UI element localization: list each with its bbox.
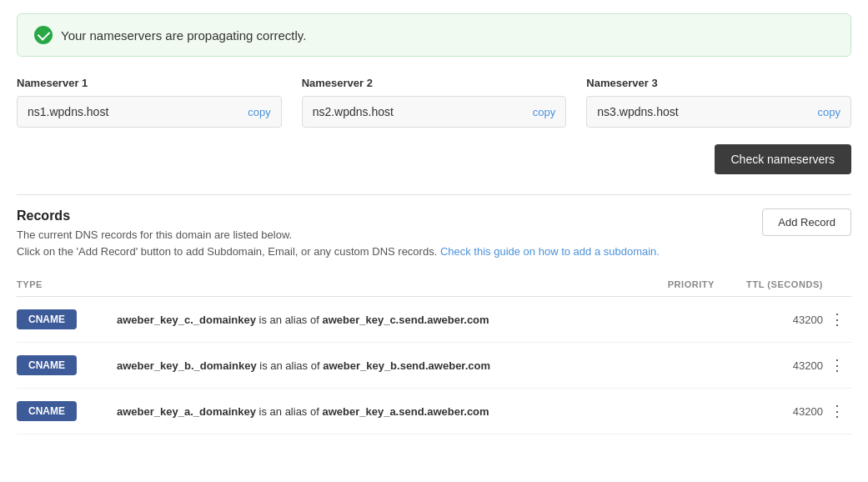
records-title: Records bbox=[17, 208, 660, 223]
record-type-cell: CNAME bbox=[17, 389, 117, 434]
table-row: CNAME aweber_key_b._domainkey is an alia… bbox=[17, 343, 851, 389]
record-ttl-cell: 43200 bbox=[715, 343, 823, 389]
record-type-cell: CNAME bbox=[17, 343, 117, 389]
records-desc-line1: The current DNS records for this domain … bbox=[17, 227, 660, 244]
records-header: Records The current DNS records for this… bbox=[17, 208, 851, 259]
nameserver-2-label: Nameserver 2 bbox=[302, 77, 567, 89]
nameserver-1-field: ns1.wpdns.host copy bbox=[17, 96, 282, 128]
table-row: CNAME aweber_key_c._domainkey is an alia… bbox=[17, 297, 851, 343]
record-ttl-cell: 43200 bbox=[715, 389, 823, 434]
records-table-body: CNAME aweber_key_c._domainkey is an alia… bbox=[17, 297, 851, 434]
propagation-text: Your nameservers are propagating correct… bbox=[61, 28, 306, 43]
table-row: CNAME aweber_key_a._domainkey is an alia… bbox=[17, 389, 851, 434]
records-table-header-row: TYPE PRIORITY TTL (SECONDS) bbox=[17, 273, 851, 297]
cname-badge: CNAME bbox=[17, 355, 77, 375]
check-nameservers-button[interactable]: Check nameservers bbox=[715, 144, 852, 174]
add-record-button[interactable]: Add Record bbox=[762, 208, 851, 236]
record-menu-button[interactable]: ⋮ bbox=[823, 400, 851, 422]
records-table: TYPE PRIORITY TTL (SECONDS) CNAME aweber… bbox=[17, 273, 851, 434]
check-circle-icon bbox=[34, 26, 53, 44]
record-ttl-cell: 43200 bbox=[715, 297, 823, 343]
records-table-head: TYPE PRIORITY TTL (SECONDS) bbox=[17, 273, 851, 297]
records-desc-line2-text: Click on the 'Add Record' button to add … bbox=[17, 245, 437, 258]
propagation-banner: Your nameservers are propagating correct… bbox=[17, 13, 851, 57]
records-guide-link[interactable]: Check this guide on how to add a subdoma… bbox=[440, 245, 660, 258]
nameserver-3-value: ns3.wpdns.host bbox=[597, 105, 678, 118]
record-detail-cell: aweber_key_a._domainkey is an alias of a… bbox=[117, 389, 631, 434]
nameserver-1-value: ns1.wpdns.host bbox=[28, 105, 108, 118]
record-connector: is an alias of bbox=[259, 314, 323, 326]
nameserver-2-item: Nameserver 2 ns2.wpdns.host copy bbox=[302, 77, 567, 128]
nameserver-2-copy-button[interactable]: copy bbox=[533, 106, 555, 118]
nameservers-section: Nameserver 1 ns1.wpdns.host copy Nameser… bbox=[17, 77, 851, 174]
record-priority-cell bbox=[631, 343, 715, 389]
record-priority-cell bbox=[631, 297, 715, 343]
records-description: The current DNS records for this domain … bbox=[17, 227, 660, 259]
record-actions-cell: ⋮ bbox=[823, 343, 851, 389]
cname-badge: CNAME bbox=[17, 401, 77, 421]
record-menu-button[interactable]: ⋮ bbox=[823, 309, 851, 330]
section-divider bbox=[17, 194, 851, 195]
record-main-name: aweber_key_b._domainkey bbox=[117, 359, 257, 372]
record-alias-value: aweber_key_b.send.aweber.com bbox=[323, 359, 490, 372]
record-connector: is an alias of bbox=[259, 359, 323, 372]
record-priority-cell bbox=[631, 389, 715, 434]
record-type-cell: CNAME bbox=[17, 297, 117, 343]
record-detail-cell: aweber_key_c._domainkey is an alias of a… bbox=[117, 297, 631, 343]
record-alias-value: aweber_key_c.send.aweber.com bbox=[322, 314, 489, 326]
nameservers-grid: Nameserver 1 ns1.wpdns.host copy Nameser… bbox=[17, 77, 851, 128]
col-header-name bbox=[117, 273, 631, 297]
nameserver-2-field: ns2.wpdns.host copy bbox=[302, 96, 567, 128]
record-main-name: aweber_key_c._domainkey bbox=[117, 314, 256, 326]
records-title-block: Records The current DNS records for this… bbox=[17, 208, 660, 259]
col-header-ttl: TTL (SECONDS) bbox=[715, 273, 823, 297]
record-actions-cell: ⋮ bbox=[823, 297, 851, 343]
cname-badge: CNAME bbox=[17, 309, 77, 329]
record-connector: is an alias of bbox=[259, 405, 323, 418]
nameserver-3-item: Nameserver 3 ns3.wpdns.host copy bbox=[586, 77, 851, 128]
check-nameservers-row: Check nameservers bbox=[17, 144, 851, 174]
records-desc-line2: Click on the 'Add Record' button to add … bbox=[17, 244, 660, 260]
nameserver-1-copy-button[interactable]: copy bbox=[248, 106, 270, 118]
nameserver-3-label: Nameserver 3 bbox=[586, 77, 851, 89]
record-menu-button[interactable]: ⋮ bbox=[823, 354, 851, 376]
page-wrapper: Your nameservers are propagating correct… bbox=[0, 0, 868, 482]
records-section: Records The current DNS records for this… bbox=[17, 208, 851, 434]
col-header-actions bbox=[823, 273, 851, 297]
record-actions-cell: ⋮ bbox=[823, 389, 851, 434]
nameserver-2-value: ns2.wpdns.host bbox=[313, 105, 394, 118]
record-detail-cell: aweber_key_b._domainkey is an alias of a… bbox=[117, 343, 631, 389]
col-header-priority: PRIORITY bbox=[631, 273, 715, 297]
record-alias-value: aweber_key_a.send.aweber.com bbox=[322, 405, 489, 418]
nameserver-3-field: ns3.wpdns.host copy bbox=[586, 96, 851, 128]
nameserver-1-label: Nameserver 1 bbox=[17, 77, 282, 89]
record-main-name: aweber_key_a._domainkey bbox=[117, 405, 256, 418]
col-header-type: TYPE bbox=[17, 273, 117, 297]
nameserver-1-item: Nameserver 1 ns1.wpdns.host copy bbox=[17, 77, 282, 128]
nameserver-3-copy-button[interactable]: copy bbox=[818, 106, 840, 118]
